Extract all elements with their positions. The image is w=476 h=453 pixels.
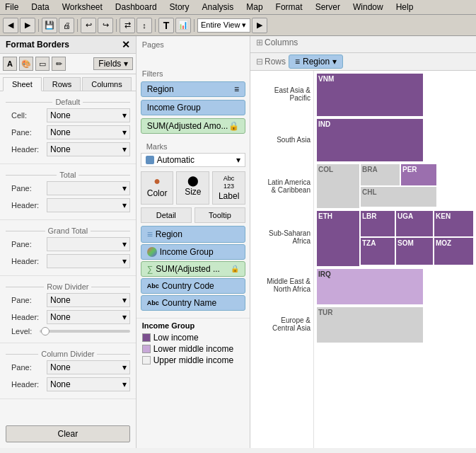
- marks-pill-sum[interactable]: ∑ SUM(Adjusted ... 🔒: [141, 261, 245, 277]
- grand-pane-row: Pane: ▾: [6, 237, 130, 251]
- default-label: Default: [52, 98, 83, 106]
- col-header-label: Header:: [11, 380, 47, 389]
- cell-ETH[interactable]: ETH: [317, 211, 359, 266]
- marks-dropdown-chevron: ▾: [236, 155, 240, 165]
- header-select[interactable]: None▾: [47, 142, 130, 156]
- cell-select[interactable]: None▾: [47, 108, 130, 122]
- menu-window[interactable]: Window: [351, 1, 385, 13]
- cell-VNM[interactable]: VNM: [317, 74, 423, 116]
- total-pane-select[interactable]: ▾: [47, 181, 130, 195]
- total-section: Total Pane: ▾ Header: ▾: [0, 164, 136, 220]
- filter-sum[interactable]: SUM(Adjusted Amo... 🔒: [141, 118, 245, 134]
- sum-filter-icon: 🔒: [228, 121, 239, 131]
- col-divider-div: Column Divider: [6, 348, 130, 360]
- grand-total-section: Grand Total Pane: ▾ Header: ▾: [0, 220, 136, 276]
- cell-PER[interactable]: PER: [401, 164, 436, 185]
- menu-analysis[interactable]: Analysis: [200, 1, 236, 13]
- cell-LBR[interactable]: LBR: [361, 211, 395, 236]
- cell-UGA[interactable]: UGA: [396, 211, 433, 236]
- menu-file[interactable]: File: [3, 1, 21, 13]
- menu-map[interactable]: Map: [244, 1, 265, 13]
- border-btn[interactable]: ▭: [35, 57, 50, 71]
- col-divider-section: Column Divider Pane: None▾ Header: None▾: [0, 343, 136, 399]
- col-pane-select[interactable]: None▾: [47, 360, 130, 374]
- pane-select[interactable]: None▾: [47, 125, 130, 139]
- sort-btn[interactable]: ↕: [137, 18, 152, 33]
- color-mark-btn[interactable]: ● Color: [141, 171, 174, 205]
- marks-pill-country-code[interactable]: Abc Country Code: [141, 278, 245, 294]
- row-header-select[interactable]: None▾: [47, 310, 130, 324]
- chart-content: VNM IND COL BRA PER CHL: [314, 71, 476, 448]
- cell-TZA[interactable]: TZA: [361, 238, 395, 265]
- menu-story[interactable]: Story: [168, 1, 192, 13]
- cell-IND[interactable]: IND: [317, 119, 423, 161]
- header-label: Header:: [11, 145, 47, 154]
- cell-label: Cell:: [11, 111, 47, 120]
- toolbar-sep-4: [155, 19, 156, 32]
- cell-row: Cell: None▾: [6, 108, 130, 122]
- size-mark-btn[interactable]: ⬤ Size: [176, 171, 209, 205]
- tab-columns[interactable]: Columns: [82, 77, 131, 91]
- menu-format[interactable]: Format: [274, 1, 305, 13]
- marks-auto-icon: [146, 156, 154, 164]
- swap-btn[interactable]: ⇄: [120, 18, 135, 33]
- level-label: Level:: [11, 327, 40, 336]
- menu-worksheet[interactable]: Worksheet: [60, 1, 105, 13]
- marks-pill-country-name[interactable]: Abc Country Name: [141, 295, 245, 311]
- rows-region-pill[interactable]: ≡ Region ▾: [289, 55, 343, 69]
- detail-btn[interactable]: Detail: [141, 207, 192, 223]
- menu-server[interactable]: Server: [313, 1, 342, 13]
- redo-btn[interactable]: ↪: [98, 18, 113, 33]
- cell-COL[interactable]: COL: [317, 164, 359, 208]
- menu-data[interactable]: Data: [29, 1, 51, 13]
- tab-rows[interactable]: Rows: [43, 77, 81, 91]
- cell-KEN[interactable]: KEN: [434, 211, 473, 236]
- forward-btn[interactable]: ▶: [20, 18, 35, 33]
- cell-BRA[interactable]: BRA: [361, 164, 400, 185]
- marks-type-dropdown[interactable]: Automatic ▾: [141, 153, 245, 167]
- cell-IRQ[interactable]: IRQ: [317, 269, 423, 304]
- close-panel-btn[interactable]: ✕: [122, 39, 130, 50]
- total-header-select[interactable]: ▾: [47, 198, 130, 212]
- row-pane-select[interactable]: None▾: [47, 293, 130, 307]
- clear-button[interactable]: Clear: [6, 425, 130, 442]
- col-header-select[interactable]: None▾: [47, 377, 130, 391]
- marks-section: Marks Automatic ▾ ● Color ⬤ Size Abc: [137, 135, 250, 315]
- menu-dashboard[interactable]: Dashboard: [113, 1, 159, 13]
- marks-pill-income-group[interactable]: Income Group: [141, 244, 245, 260]
- save-btn[interactable]: 💾: [42, 18, 57, 33]
- font-bold-btn[interactable]: A: [3, 57, 17, 71]
- fields-button[interactable]: Fields ▾: [93, 57, 132, 70]
- total-divider: Total: [6, 168, 130, 181]
- print-btn[interactable]: 🖨: [59, 18, 74, 33]
- label-mark-btn[interactable]: Abc123 Label: [212, 171, 245, 205]
- view-dropdown[interactable]: Entire View ▾: [197, 18, 250, 33]
- more-btn[interactable]: ▶: [252, 18, 267, 33]
- tab-sheet[interactable]: Sheet: [3, 77, 42, 91]
- filter-income-group[interactable]: Income Group: [141, 100, 245, 115]
- menu-help[interactable]: Help: [394, 1, 416, 13]
- treemap-row-eca: TUR: [317, 307, 473, 343]
- undo-btn[interactable]: ↩: [81, 18, 96, 33]
- cell-SOM[interactable]: SOM: [396, 238, 433, 265]
- tooltip-btn[interactable]: Tooltip: [195, 207, 245, 223]
- edit-btn[interactable]: ✏: [52, 57, 66, 71]
- level-slider[interactable]: [40, 330, 130, 333]
- pane-row: Pane: None▾: [6, 125, 130, 139]
- cell-CHL[interactable]: CHL: [361, 187, 436, 207]
- cell-MOZ[interactable]: MOZ: [434, 238, 473, 265]
- marks-icons-row: ● Color ⬤ Size Abc123 Label: [141, 171, 245, 205]
- marks-pill-region[interactable]: ≡ Region: [141, 226, 245, 243]
- grand-header-row: Header: ▾: [6, 254, 130, 268]
- grand-pane-select[interactable]: ▾: [47, 237, 130, 251]
- chart-btn[interactable]: 📊: [175, 18, 191, 33]
- grand-pane-label: Pane:: [11, 240, 47, 248]
- lac-top-row: BRA PER: [361, 164, 436, 185]
- grand-header-select[interactable]: ▾: [47, 254, 130, 268]
- palette-btn[interactable]: 🎨: [19, 57, 33, 71]
- filter-region[interactable]: Region ≡: [141, 81, 245, 97]
- back-btn[interactable]: ◀: [3, 18, 18, 33]
- cell-TUR[interactable]: TUR: [317, 307, 423, 343]
- text-btn[interactable]: T: [158, 18, 174, 33]
- toolbar-sep-2: [77, 19, 78, 32]
